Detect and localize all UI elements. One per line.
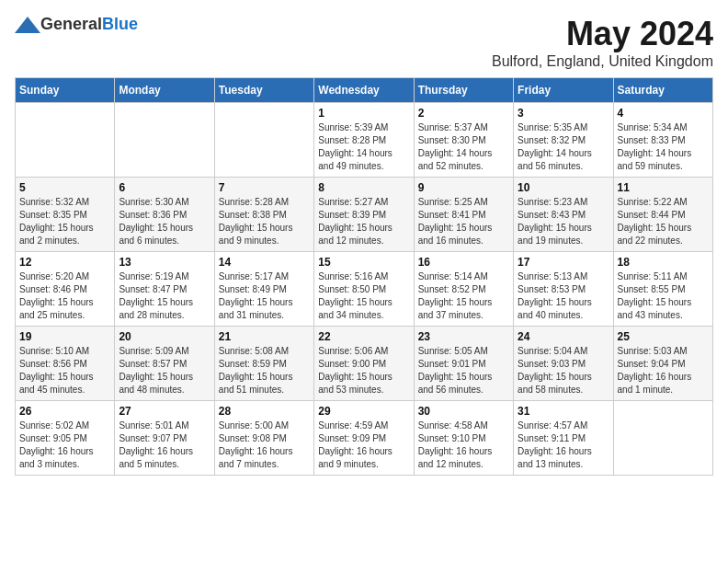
calendar-header: SundayMondayTuesdayWednesdayThursdayFrid… [16,78,713,103]
day-info: Sunrise: 5:37 AMSunset: 8:30 PMDaylight:… [418,121,509,173]
day-info: Sunrise: 5:16 AMSunset: 8:50 PMDaylight:… [318,270,409,322]
calendar-cell: 3Sunrise: 5:35 AMSunset: 8:32 PMDaylight… [514,103,613,178]
day-number: 4 [618,107,709,120]
weekday-row: SundayMondayTuesdayWednesdayThursdayFrid… [16,78,713,103]
calendar-cell: 2Sunrise: 5:37 AMSunset: 8:30 PMDaylight… [414,103,513,178]
calendar-cell: 4Sunrise: 5:34 AMSunset: 8:33 PMDaylight… [613,103,712,178]
calendar-cell [613,401,712,476]
day-number: 19 [19,330,110,343]
day-number: 13 [119,256,210,269]
day-info: Sunrise: 5:25 AMSunset: 8:41 PMDaylight:… [418,196,509,247]
calendar-cell: 24Sunrise: 5:04 AMSunset: 9:03 PMDayligh… [514,327,613,401]
calendar-cell: 22Sunrise: 5:06 AMSunset: 9:00 PMDayligh… [314,327,414,401]
calendar-cell: 30Sunrise: 4:58 AMSunset: 9:10 PMDayligh… [414,401,513,476]
day-number: 20 [119,330,210,343]
day-number: 21 [219,330,310,343]
day-number: 31 [518,405,609,418]
calendar-cell: 16Sunrise: 5:14 AMSunset: 8:52 PMDayligh… [414,252,513,327]
day-number: 28 [219,405,310,418]
day-number: 24 [518,330,609,343]
calendar-cell: 28Sunrise: 5:00 AMSunset: 9:08 PMDayligh… [214,401,313,476]
day-info: Sunrise: 5:06 AMSunset: 9:00 PMDaylight:… [318,345,409,396]
day-info: Sunrise: 5:35 AMSunset: 8:32 PMDaylight:… [518,121,609,173]
location: Bulford, England, United Kingdom [492,53,713,70]
day-number: 9 [418,181,509,194]
calendar-cell: 31Sunrise: 4:57 AMSunset: 9:11 PMDayligh… [514,401,613,476]
weekday-header: Wednesday [314,78,414,103]
day-info: Sunrise: 5:32 AMSunset: 8:35 PMDaylight:… [19,196,110,247]
day-number: 5 [19,181,110,194]
calendar-cell: 11Sunrise: 5:22 AMSunset: 8:44 PMDayligh… [613,178,712,252]
calendar-cell [214,103,313,178]
day-info: Sunrise: 5:05 AMSunset: 9:01 PMDaylight:… [418,345,509,396]
day-number: 8 [318,181,409,194]
calendar-cell: 21Sunrise: 5:08 AMSunset: 8:59 PMDayligh… [214,327,313,401]
calendar-cell: 26Sunrise: 5:02 AMSunset: 9:05 PMDayligh… [16,401,115,476]
day-number: 30 [418,405,509,418]
day-number: 18 [618,256,709,269]
calendar-cell: 14Sunrise: 5:17 AMSunset: 8:49 PMDayligh… [214,252,313,327]
day-number: 11 [618,181,709,194]
calendar-cell: 15Sunrise: 5:16 AMSunset: 8:50 PMDayligh… [314,252,414,327]
day-number: 7 [219,181,310,194]
calendar-cell: 20Sunrise: 5:09 AMSunset: 8:57 PMDayligh… [115,327,214,401]
calendar: SundayMondayTuesdayWednesdayThursdayFrid… [15,77,713,476]
day-number: 22 [318,330,409,343]
day-number: 10 [518,181,609,194]
calendar-cell: 8Sunrise: 5:27 AMSunset: 8:39 PMDaylight… [314,178,414,252]
calendar-week-row: 12Sunrise: 5:20 AMSunset: 8:46 PMDayligh… [16,252,713,327]
day-number: 17 [518,256,609,269]
day-number: 3 [518,107,609,120]
calendar-cell [115,103,214,178]
day-info: Sunrise: 5:23 AMSunset: 8:43 PMDaylight:… [518,196,609,247]
logo-blue-text: Blue [102,15,138,33]
day-info: Sunrise: 4:57 AMSunset: 9:11 PMDaylight:… [518,419,609,471]
calendar-cell: 12Sunrise: 5:20 AMSunset: 8:46 PMDayligh… [16,252,115,327]
day-info: Sunrise: 5:09 AMSunset: 8:57 PMDaylight:… [119,345,210,396]
day-info: Sunrise: 5:10 AMSunset: 8:56 PMDaylight:… [19,345,110,396]
day-info: Sunrise: 5:39 AMSunset: 8:28 PMDaylight:… [318,121,409,173]
logo: GeneralBlue [15,15,138,34]
day-info: Sunrise: 5:19 AMSunset: 8:47 PMDaylight:… [119,270,210,322]
calendar-cell [16,103,115,178]
logo-general-text: General [40,15,102,33]
calendar-cell: 25Sunrise: 5:03 AMSunset: 9:04 PMDayligh… [613,327,712,401]
day-number: 27 [119,405,210,418]
day-number: 12 [19,256,110,269]
day-number: 1 [318,107,409,120]
day-info: Sunrise: 5:14 AMSunset: 8:52 PMDaylight:… [418,270,509,322]
calendar-cell: 5Sunrise: 5:32 AMSunset: 8:35 PMDaylight… [16,178,115,252]
day-info: Sunrise: 5:28 AMSunset: 8:38 PMDaylight:… [219,196,310,247]
day-info: Sunrise: 5:20 AMSunset: 8:46 PMDaylight:… [19,270,110,322]
day-info: Sunrise: 5:13 AMSunset: 8:53 PMDaylight:… [518,270,609,322]
day-number: 25 [618,330,709,343]
day-number: 14 [219,256,310,269]
day-info: Sunrise: 5:11 AMSunset: 8:55 PMDaylight:… [618,270,709,322]
calendar-cell: 13Sunrise: 5:19 AMSunset: 8:47 PMDayligh… [115,252,214,327]
day-number: 6 [119,181,210,194]
weekday-header: Saturday [613,78,712,103]
calendar-cell: 18Sunrise: 5:11 AMSunset: 8:55 PMDayligh… [613,252,712,327]
day-info: Sunrise: 5:04 AMSunset: 9:03 PMDaylight:… [518,345,609,396]
calendar-cell: 1Sunrise: 5:39 AMSunset: 8:28 PMDaylight… [314,103,414,178]
weekday-header: Tuesday [214,78,313,103]
calendar-cell: 23Sunrise: 5:05 AMSunset: 9:01 PMDayligh… [414,327,513,401]
day-number: 16 [418,256,509,269]
day-info: Sunrise: 5:03 AMSunset: 9:04 PMDaylight:… [618,345,709,396]
calendar-cell: 9Sunrise: 5:25 AMSunset: 8:41 PMDaylight… [414,178,513,252]
calendar-week-row: 19Sunrise: 5:10 AMSunset: 8:56 PMDayligh… [16,327,713,401]
day-info: Sunrise: 5:08 AMSunset: 8:59 PMDaylight:… [219,345,310,396]
day-info: Sunrise: 5:01 AMSunset: 9:07 PMDaylight:… [119,419,210,471]
day-number: 29 [318,405,409,418]
weekday-header: Sunday [16,78,115,103]
day-info: Sunrise: 5:00 AMSunset: 9:08 PMDaylight:… [219,419,310,471]
svg-marker-0 [15,17,40,33]
calendar-week-row: 26Sunrise: 5:02 AMSunset: 9:05 PMDayligh… [16,401,713,476]
day-number: 23 [418,330,509,343]
day-info: Sunrise: 5:34 AMSunset: 8:33 PMDaylight:… [618,121,709,173]
calendar-cell: 7Sunrise: 5:28 AMSunset: 8:38 PMDaylight… [214,178,313,252]
calendar-cell: 19Sunrise: 5:10 AMSunset: 8:56 PMDayligh… [16,327,115,401]
title-area: May 2024 Bulford, England, United Kingdo… [492,15,713,70]
month-title: May 2024 [492,15,713,53]
day-number: 26 [19,405,110,418]
